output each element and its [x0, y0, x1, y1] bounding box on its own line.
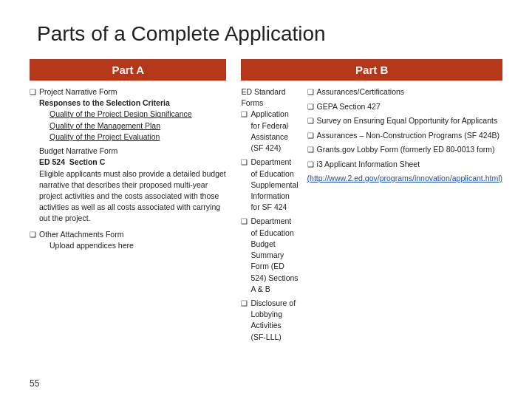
list-item: ❑ Survey on Ensuring Equal Opportunity f… [307, 115, 502, 127]
list-item: ❑ Grants.gov Lobby Form (formerly ED 80-… [307, 144, 502, 156]
checkbox-icon: ❑ [307, 145, 314, 156]
part-b-column: Part B ED Standard Forms ❑ Application f… [233, 59, 502, 384]
list-item: ❑ Application for Federal Assistance (SF… [241, 109, 298, 154]
item-label: Department of Education Budget Summary F… [250, 216, 298, 295]
item-label: Other Attachments Form [39, 230, 123, 239]
part-a-column: Part A ❑ Project Narrative Form Response… [30, 59, 233, 384]
item-label: Assurances/Certifications [317, 86, 404, 98]
extra-line-bold: ED 524 Section C [39, 157, 105, 166]
slide: Parts of a Complete Application Part A ❑… [0, 0, 532, 399]
item-label: Disclosure of Lobbying Activities (SF-LL… [250, 298, 298, 343]
extra-line: Budget Narrative Form [39, 146, 117, 155]
part-b-left: ED Standard Forms ❑ Application for Fede… [241, 86, 302, 384]
item-content: Other Attachments Form Upload appendices… [39, 229, 134, 253]
item-label: Assurances – Non-Construction Programs (… [317, 130, 499, 141]
list-item: ❑ Other Attachments Form Upload appendic… [30, 229, 226, 253]
sub-item: Quality of the Project Evaluation [50, 132, 160, 141]
sub-items: Quality of the Project Design Significan… [39, 109, 226, 143]
list-item: ❑ GEPA Section 427 [307, 101, 502, 113]
item-label: Project Narrative Form [39, 87, 117, 96]
checkbox-icon: ❑ [307, 87, 314, 98]
item-label: Application for Federal Assistance (SF 4… [250, 109, 298, 154]
checkbox-icon: ❑ [30, 87, 36, 98]
sub-item: Quality of the Management Plan [50, 121, 160, 130]
link-container: (http://www.2.ed.gov/programs/innovation… [307, 173, 502, 184]
slide-title: Parts of a Complete Application [30, 22, 502, 46]
item-label: GEPA Section 427 [317, 101, 381, 112]
list-item: ❑ Disclosure of Lobbying Activities (SF-… [241, 298, 298, 343]
list-item: ❑ Department of Education Supplemental I… [241, 157, 298, 213]
extra-line-detail: Eligible applicants must also provide a … [39, 169, 226, 223]
list-item: ❑ Department of Education Budget Summary… [241, 216, 298, 295]
checkbox-icon: ❑ [307, 102, 314, 113]
checkbox-icon: ❑ [241, 109, 248, 120]
list-item: ❑ Project Narrative Form Responses to th… [30, 86, 226, 225]
item-content: Project Narrative Form Responses to the … [39, 86, 226, 225]
part-b-right: ❑ Assurances/Certifications ❑ GEPA Secti… [303, 86, 502, 384]
sub-item: Quality of the Project Design Significan… [50, 109, 192, 118]
part-a-header: Part A [30, 59, 226, 81]
columns-wrapper: Part A ❑ Project Narrative Form Response… [30, 59, 502, 384]
list-item: ❑ i3 Applicant Information Sheet [307, 159, 502, 171]
checkbox-icon: ❑ [241, 216, 248, 228]
item-label: Department of Education Supplemental Inf… [250, 157, 298, 213]
list-item: ❑ Assurances – Non-Construction Programs… [307, 130, 502, 142]
part-b-header: Part B [241, 59, 502, 81]
sub-items: Upload appendices here [39, 240, 134, 251]
part-b-inner: ED Standard Forms ❑ Application for Fede… [241, 86, 502, 384]
item-label: Grants.gov Lobby Form (formerly ED 80-00… [317, 144, 495, 155]
program-link[interactable]: (http://www.2.ed.gov/programs/innovation… [307, 174, 502, 183]
item-label: Survey on Ensuring Equal Opportunity for… [317, 115, 498, 126]
checkbox-icon: ❑ [307, 116, 314, 127]
extra-content: Budget Narrative Form ED 524 Section C E… [39, 146, 226, 225]
item-label: i3 Applicant Information Sheet [317, 159, 420, 170]
part-a-content: ❑ Project Narrative Form Responses to th… [30, 86, 226, 253]
sub-item: Upload appendices here [50, 241, 134, 250]
list-item: ❑ Assurances/Certifications [307, 86, 502, 98]
ed-standard-label: ED Standard Forms [241, 87, 285, 107]
checkbox-icon: ❑ [30, 230, 36, 241]
page-number: 55 [30, 378, 39, 389]
checkbox-icon: ❑ [241, 157, 248, 168]
item-sub-bold: Responses to the Selection Criteria [39, 98, 170, 107]
checkbox-icon: ❑ [307, 160, 314, 171]
checkbox-icon: ❑ [241, 299, 248, 310]
checkbox-icon: ❑ [307, 131, 314, 142]
